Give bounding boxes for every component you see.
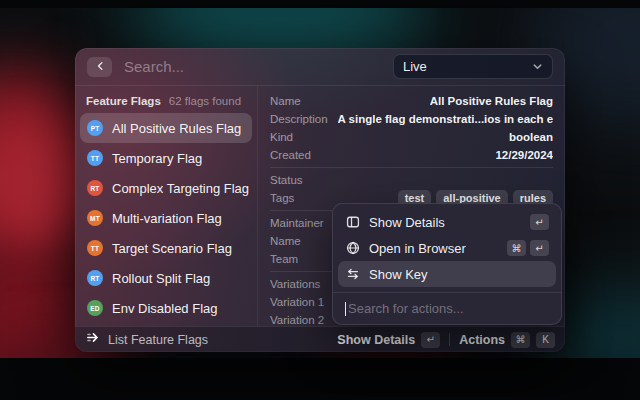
- status-bar: List Feature Flags Show Details ↵ Action…: [75, 326, 565, 352]
- list-item[interactable]: MT Multi-variation Flag: [80, 203, 252, 233]
- meta-label: Created: [270, 149, 311, 161]
- flag-avatar: RT: [87, 270, 103, 286]
- list-item-label: Env Disabled Flag: [112, 301, 218, 316]
- list-item[interactable]: RT Complex Targeting Flag: [80, 173, 252, 203]
- meta-label: Maintainer: [270, 217, 324, 229]
- globe-icon: [345, 241, 360, 256]
- meta-label: Variation 2: [270, 314, 324, 326]
- chevron-down-icon: [532, 58, 543, 76]
- text-caret: [345, 302, 346, 316]
- meta-label: Name: [270, 95, 301, 107]
- command-arrow-icon: [85, 330, 100, 349]
- action-label: Show Details: [369, 215, 530, 230]
- search-input[interactable]: [124, 58, 393, 75]
- flag-avatar: TT: [87, 240, 103, 256]
- actions-menu-button[interactable]: Actions ⌘ K: [459, 332, 555, 348]
- section-title: Feature Flags: [86, 95, 161, 107]
- list-item-label: Target Scenario Flag: [112, 241, 232, 256]
- return-key-badge: ↵: [530, 240, 549, 256]
- meta-label: Kind: [270, 131, 293, 143]
- meta-value: All Positive Rules Flag: [430, 95, 553, 107]
- actions-list: Show Details ↵ Open in Browser ⌘ ↵: [333, 204, 561, 292]
- meta-label: Variations: [270, 278, 320, 290]
- list-item[interactable]: ED Env Disabled Flag: [80, 293, 252, 323]
- flag-avatar: RT: [87, 180, 103, 196]
- meta-label: Variation 1: [270, 296, 324, 308]
- header: Live: [75, 48, 565, 86]
- meta-row: Kind boolean: [270, 128, 553, 146]
- list-item[interactable]: RT Rollout Split Flag: [80, 263, 252, 293]
- list-item[interactable]: TT Target Scenario Flag: [80, 233, 252, 263]
- meta-row-status: Status: [270, 171, 553, 189]
- actions-search-input[interactable]: [348, 301, 549, 316]
- action-item-open-in-browser[interactable]: Open in Browser ⌘ ↵: [338, 235, 556, 261]
- environment-dropdown[interactable]: Live: [393, 54, 553, 79]
- sidebar-icon: [345, 215, 360, 230]
- meta-value: boolean: [509, 131, 553, 143]
- action-item-show-details[interactable]: Show Details ↵: [338, 209, 556, 235]
- flag-avatar: MT: [87, 210, 103, 226]
- list-item[interactable]: TT Temporary Flag: [80, 143, 252, 173]
- swap-arrows-icon: [345, 267, 360, 282]
- flag-avatar: PT: [87, 120, 103, 136]
- meta-row: Name All Positive Rules Flag: [270, 92, 553, 110]
- meta-label: Team: [270, 253, 298, 265]
- flag-avatar: ED: [87, 300, 103, 316]
- return-key-badge: ↵: [421, 332, 440, 348]
- action-label: Show Key: [369, 267, 549, 282]
- meta-label: Status: [270, 174, 303, 186]
- action-item-show-key[interactable]: Show Key: [338, 261, 556, 287]
- flag-list: Feature Flags 62 flags found PT All Posi…: [75, 86, 257, 326]
- arrow-left-icon: [94, 58, 106, 76]
- meta-label: Description: [270, 113, 328, 125]
- cmd-key-badge: ⌘: [511, 332, 530, 348]
- primary-action-button[interactable]: Show Details ↵: [337, 332, 440, 348]
- meta-value: A single flag demonstrati...ios in each …: [338, 113, 553, 125]
- actions-label: Actions: [459, 333, 505, 347]
- divider: [270, 167, 553, 168]
- footer-divider: [449, 333, 450, 346]
- meta-value: 12/29/2024: [495, 149, 553, 161]
- footer-command: List Feature Flags: [85, 330, 337, 349]
- action-label: Open in Browser: [369, 241, 507, 256]
- list-item-label: Temporary Flag: [112, 151, 202, 166]
- meta-label: Tags: [270, 192, 294, 204]
- back-button[interactable]: [87, 57, 112, 77]
- cmd-key-badge: ⌘: [507, 240, 526, 256]
- k-key-badge: K: [536, 332, 555, 348]
- flag-avatar: TT: [87, 150, 103, 166]
- meta-row: Created 12/29/2024: [270, 146, 553, 164]
- actions-search[interactable]: [333, 293, 561, 324]
- list-item-label: All Positive Rules Flag: [112, 121, 241, 136]
- dropdown-value: Live: [403, 59, 532, 74]
- screen: Live Feature Flags 62 flags found PT All…: [0, 0, 640, 400]
- return-key-badge: ↵: [530, 214, 549, 230]
- list-section-header: Feature Flags 62 flags found: [80, 91, 252, 113]
- meta-label: Name: [270, 235, 301, 247]
- list-item-label: Multi-variation Flag: [112, 211, 222, 226]
- primary-action-label: Show Details: [337, 333, 415, 347]
- list-item[interactable]: PT All Positive Rules Flag: [80, 113, 252, 143]
- actions-popup: Show Details ↵ Open in Browser ⌘ ↵: [332, 203, 562, 325]
- result-count: 62 flags found: [169, 95, 241, 107]
- meta-row: Description A single flag demonstrati...…: [270, 110, 553, 128]
- command-name: List Feature Flags: [108, 333, 208, 347]
- list-item-label: Complex Targeting Flag: [112, 181, 249, 196]
- list-item-label: Rollout Split Flag: [112, 271, 210, 286]
